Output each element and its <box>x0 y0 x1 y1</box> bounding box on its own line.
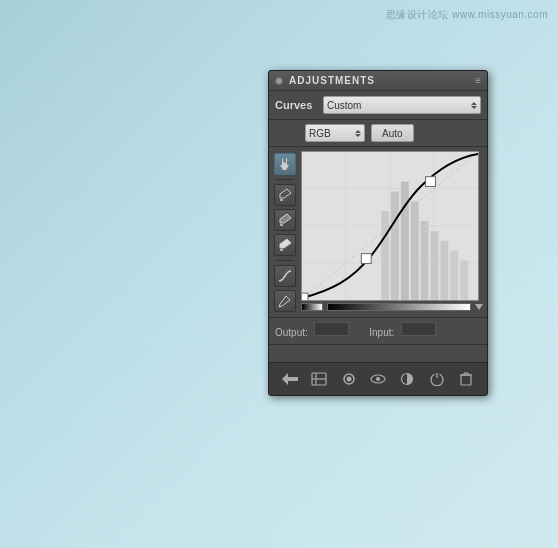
channel-value: RGB <box>309 128 331 139</box>
svg-rect-21 <box>426 177 436 187</box>
finger-tool[interactable] <box>274 153 296 175</box>
channel-select[interactable]: RGB <box>305 124 365 142</box>
bottom-toolbar <box>269 362 487 395</box>
curve-area <box>301 151 483 313</box>
svg-rect-8 <box>421 221 429 300</box>
svg-rect-10 <box>440 241 448 300</box>
output-value <box>314 322 349 336</box>
mask-button[interactable] <box>396 368 418 390</box>
tool-sep-1 <box>276 179 294 180</box>
panel-titlebar: ADJUSTMENTS ≡ <box>269 71 487 91</box>
h-gradient-bar <box>327 303 471 311</box>
curve-canvas[interactable] <box>301 151 479 301</box>
panel-title: ADJUSTMENTS <box>289 75 475 86</box>
power-button[interactable] <box>426 368 448 390</box>
pencil-tool[interactable] <box>274 290 296 312</box>
gradient-indicator <box>475 304 483 310</box>
gradient-bar-row <box>301 301 483 313</box>
curves-header: Curves Custom <box>269 91 487 120</box>
svg-point-28 <box>346 377 351 382</box>
svg-point-30 <box>376 377 380 381</box>
svg-marker-23 <box>282 373 298 385</box>
svg-rect-9 <box>431 231 439 300</box>
svg-rect-11 <box>450 251 458 300</box>
adjustments-panel: ADJUSTMENTS ≡ Curves Custom RGB Auto <box>268 70 488 396</box>
tool-sep-2 <box>276 260 294 261</box>
eyedropper-white-tool[interactable] <box>274 234 296 256</box>
adjustment-layers-button[interactable] <box>308 368 330 390</box>
input-value <box>401 322 436 336</box>
output-label: Output: <box>275 327 308 338</box>
panel-dot <box>275 77 283 85</box>
v-gradient-bar <box>301 303 323 311</box>
svg-rect-12 <box>460 261 468 300</box>
svg-rect-22 <box>302 293 308 300</box>
auto-button[interactable]: Auto <box>371 124 414 142</box>
main-area <box>269 147 487 317</box>
svg-rect-4 <box>381 211 389 300</box>
panel-menu-icon[interactable]: ≡ <box>475 75 481 86</box>
eyedropper-black-tool[interactable] <box>274 184 296 206</box>
preset-select[interactable]: Custom <box>323 96 481 114</box>
output-input-row: Output: Input: <box>269 317 487 344</box>
curve-tool[interactable] <box>274 265 296 287</box>
curves-label: Curves <box>275 99 317 111</box>
svg-rect-33 <box>461 375 471 385</box>
watermark-text: 思缘设计论坛 www.missyuan.com <box>386 8 548 22</box>
svg-rect-5 <box>391 191 399 300</box>
tools-column <box>273 151 297 313</box>
input-group: Input: <box>369 322 435 340</box>
delete-button[interactable] <box>455 368 477 390</box>
back-button[interactable] <box>279 368 301 390</box>
output-group: Output: <box>275 322 349 340</box>
preset-value: Custom <box>327 100 361 111</box>
channel-row: RGB Auto <box>269 120 487 147</box>
channel-arrow <box>355 130 361 137</box>
visibility-button[interactable] <box>338 368 360 390</box>
eye-button[interactable] <box>367 368 389 390</box>
eyedropper-mid-tool[interactable] <box>274 209 296 231</box>
preset-arrow <box>471 102 477 109</box>
svg-rect-20 <box>361 254 371 264</box>
spacer <box>269 344 487 362</box>
input-label: Input: <box>369 327 394 338</box>
svg-rect-6 <box>401 182 409 300</box>
svg-rect-7 <box>411 201 419 300</box>
